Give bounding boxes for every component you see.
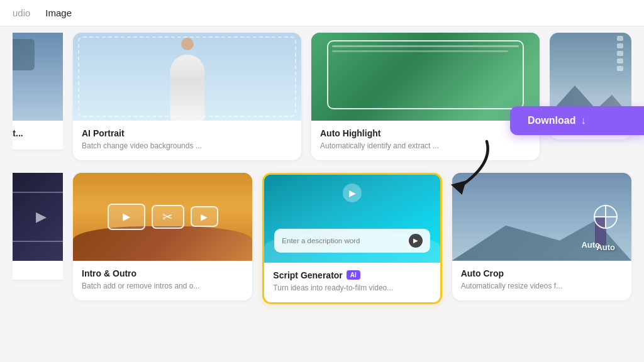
row-2: ▶ ▶ ✂ bbox=[0, 167, 644, 310]
partial-card-left-2: ▶ bbox=[13, 173, 63, 304]
thumb-ai-portrait bbox=[73, 33, 301, 121]
download-icon: ↓ bbox=[580, 115, 586, 126]
auto-highlight-body: Auto Highlight Automatically identify an… bbox=[311, 121, 540, 160]
main-content: udio Image dat... bbox=[0, 0, 644, 310]
card-auto-highlight[interactable]: Auto Highlight Automatically identify an… bbox=[311, 33, 540, 160]
card-script-generator[interactable]: ▶ Enter a description word ▶ Script Gene… bbox=[262, 173, 441, 304]
script-arrow-button[interactable]: ▶ bbox=[409, 234, 423, 248]
auto-crop-title: Auto Crop bbox=[461, 268, 623, 278]
auto-highlight-title: Auto Highlight bbox=[320, 128, 531, 138]
thumb-dark: ▶ bbox=[13, 173, 63, 261]
thumb-sky bbox=[13, 33, 63, 121]
intro-outro-title: Intro & Outro bbox=[82, 268, 243, 278]
download-label: Download bbox=[528, 115, 575, 126]
thumb-auto-crop: Auto Auto bbox=[452, 173, 631, 261]
auto-crop-body: Auto Crop Automatically resize videos f.… bbox=[452, 261, 631, 300]
thumb-script-gen: ▶ Enter a description word ▶ bbox=[264, 175, 440, 263]
script-input-bar[interactable]: Enter a description word ▶ bbox=[274, 229, 430, 253]
script-gen-desc: Turn ideas into ready-to-film video... bbox=[273, 283, 431, 293]
card-intro-outro[interactable]: ▶ ✂ ▶ Intro & Outro Batch add or remove … bbox=[73, 173, 252, 304]
partial-title-1: dat... bbox=[13, 128, 63, 138]
thumb-intro-outro: ▶ ✂ ▶ bbox=[73, 173, 252, 261]
download-button[interactable]: Download ↓ bbox=[510, 106, 644, 135]
play-button-icon[interactable]: ▶ bbox=[343, 184, 362, 202]
auto-crop-desc: Automatically resize videos f... bbox=[461, 281, 623, 292]
script-gen-body: Script Generator AI Turn ideas into read… bbox=[264, 263, 440, 302]
row-1: dat... AI Portrait Batch change video ba… bbox=[0, 26, 644, 167]
ai-portrait-desc: Batch change video backgrounds ... bbox=[82, 141, 292, 151]
top-nav: udio Image bbox=[0, 0, 644, 26]
script-gen-title: Script Generator AI bbox=[273, 270, 431, 280]
auto-highlight-desc: Automatically identify and extract ... bbox=[320, 141, 531, 151]
nav-image[interactable]: Image bbox=[45, 8, 72, 18]
partial-card-body-1: dat... bbox=[13, 121, 63, 150]
partial-card-body-2 bbox=[13, 261, 63, 280]
ai-badge: AI bbox=[347, 270, 360, 280]
partial-card-left-1: dat... bbox=[13, 33, 63, 160]
nav-studio[interactable]: udio bbox=[13, 8, 30, 18]
card-ai-portrait[interactable]: AI Portrait Batch change video backgroun… bbox=[73, 33, 301, 160]
ai-portrait-title: AI Portrait bbox=[82, 128, 292, 138]
card-auto-crop[interactable]: Auto Auto Auto Crop Automatically resize… bbox=[452, 173, 631, 304]
ai-portrait-body: AI Portrait Batch change video backgroun… bbox=[73, 121, 301, 160]
intro-outro-desc: Batch add or remove intros and o... bbox=[82, 281, 243, 292]
intro-outro-body: Intro & Outro Batch add or remove intros… bbox=[73, 261, 252, 300]
crosshair-icon bbox=[594, 205, 618, 229]
script-placeholder: Enter a description word bbox=[282, 237, 360, 244]
partial-card-right-1 bbox=[550, 33, 631, 160]
thumb-auto-highlight bbox=[311, 33, 540, 121]
